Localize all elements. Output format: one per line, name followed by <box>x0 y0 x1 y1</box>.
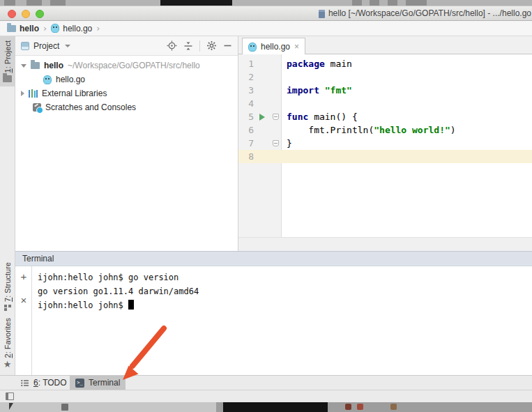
terminal-icon: >_ <box>75 379 84 388</box>
left-tool-stripe: 1: Project 7: Structure 2: Favorites ★ <box>0 36 15 375</box>
ide-window: hello [~/Workspace/Go/GOPATH/src/hello] … <box>0 0 532 412</box>
code-line: 4 <box>238 97 532 110</box>
background-fragment <box>0 402 216 412</box>
close-session-button[interactable]: × <box>15 294 32 308</box>
background-fragment <box>26 0 42 6</box>
locate-file-icon[interactable] <box>167 40 177 51</box>
tab-hello-go[interactable]: hello.go × <box>242 38 305 55</box>
window-title: hello [~/Workspace/Go/GOPATH/src/hello] … <box>319 6 532 21</box>
fold-marker[interactable] <box>273 140 279 146</box>
tree-item-file[interactable]: hello.go <box>15 73 238 86</box>
breadcrumb-folder[interactable]: hello <box>7 24 39 33</box>
line-number: 6 <box>238 123 255 137</box>
code-line: 2 <box>238 70 532 84</box>
tree-item-scratches[interactable]: Scratches and Consoles <box>15 100 238 114</box>
line-number: 4 <box>238 97 255 110</box>
run-button[interactable] <box>259 114 265 121</box>
tree-item-external-libraries[interactable]: External Libraries <box>15 86 238 100</box>
terminal-header[interactable]: Terminal <box>15 251 532 266</box>
project-tree: hello ~/Workspace/Go/GOPATH/src/hello he… <box>15 56 238 114</box>
background-fragment <box>223 402 328 412</box>
background-fragment <box>50 0 66 6</box>
todo-toolwindow-button[interactable]: 6: TODO <box>15 376 73 390</box>
statusbar <box>0 390 532 402</box>
collapse-all-icon[interactable] <box>183 41 193 51</box>
structure-icon <box>4 305 11 311</box>
background-fragment <box>357 404 363 410</box>
code-lines: 1package main23import "fmt"45func main()… <box>238 57 532 163</box>
code-line: 5func main() { <box>238 110 532 123</box>
chevron-right-icon: › <box>96 23 100 33</box>
project-panel: Project hello ~/Workspace/Go/GOPATH/src/… <box>15 36 238 251</box>
tree-item-root[interactable]: hello ~/Workspace/Go/GOPATH/src/hello <box>15 59 238 73</box>
terminal-cursor <box>128 300 134 310</box>
code-line: 8 <box>238 150 532 163</box>
tool-button-project[interactable]: 1: Project <box>0 36 15 86</box>
editor-hscrollbar[interactable] <box>238 237 532 251</box>
editor: hello.go × 1package main23import "fmt"45… <box>238 36 532 251</box>
terminal-toolwindow-button[interactable]: >_ Terminal <box>70 376 126 390</box>
background-window-strip-bottom <box>0 402 532 412</box>
terminal-line: ijohn:hello john$ go version <box>38 270 529 284</box>
titlebar: hello [~/Workspace/Go/GOPATH/src/hello] … <box>0 6 532 21</box>
chevron-collapsed-icon[interactable] <box>21 91 24 96</box>
zoom-window-button[interactable] <box>36 10 44 18</box>
background-fragment <box>61 404 68 411</box>
toolbar-separator <box>199 40 200 52</box>
gear-icon[interactable] <box>206 40 217 51</box>
close-tab-icon[interactable]: × <box>294 43 299 51</box>
tree-item-path: ~/Workspace/Go/GOPATH/src/hello <box>68 61 200 70</box>
breadcrumb: hello › hello.go › <box>0 21 532 36</box>
editor-tabbar: hello.go × <box>238 36 532 54</box>
line-number: 8 <box>238 150 255 163</box>
go-file-icon <box>51 24 59 33</box>
chevron-expanded-icon[interactable] <box>21 64 26 68</box>
code-editor[interactable]: 1package main23import "fmt"45func main()… <box>238 54 532 237</box>
window-title-text: hello [~/Workspace/Go/GOPATH/src/hello] … <box>328 6 531 21</box>
background-fragment <box>345 404 351 410</box>
fold-marker[interactable] <box>273 114 279 120</box>
project-panel-header: Project <box>15 36 238 56</box>
line-number: 1 <box>238 57 255 70</box>
toolwindow-bar: 6: TODO >_ Terminal <box>0 375 532 390</box>
background-fragment <box>352 0 362 6</box>
libraries-icon <box>29 89 38 98</box>
toolwindow-toggle-icon[interactable] <box>6 392 14 400</box>
folder-icon <box>31 62 40 69</box>
line-number: 3 <box>238 84 255 97</box>
breadcrumb-file[interactable]: hello.go <box>51 24 92 33</box>
project-view-icon <box>21 42 29 50</box>
project-icon <box>3 75 12 82</box>
background-fragment <box>390 404 397 410</box>
new-session-button[interactable]: + <box>15 270 32 284</box>
minimize-window-button[interactable] <box>22 10 30 18</box>
chevron-down-icon[interactable] <box>65 45 70 47</box>
tool-button-favorites[interactable]: 2: Favorites ★ <box>0 318 15 369</box>
close-window-button[interactable] <box>8 10 16 18</box>
go-file-icon <box>43 75 52 84</box>
document-icon <box>319 10 325 18</box>
background-fragment <box>4 0 15 6</box>
background-fragment <box>388 0 397 6</box>
terminal-line: ijohn:hello john$ <box>38 298 529 312</box>
go-file-icon <box>248 43 257 52</box>
line-number: 7 <box>238 137 255 150</box>
background-fragment <box>160 0 232 6</box>
folder-icon <box>7 25 16 32</box>
background-window-strip-top <box>0 0 532 6</box>
background-fragment <box>406 0 427 6</box>
project-panel-toolbar <box>167 40 232 52</box>
terminal-panel: + × ijohn:hello john$ go versiongo versi… <box>15 266 532 375</box>
todo-list-icon <box>21 379 29 387</box>
star-icon: ★ <box>3 360 12 369</box>
hide-panel-icon[interactable] <box>223 41 232 50</box>
terminal-toolbar: + × <box>15 266 32 375</box>
background-fragment <box>370 0 379 6</box>
chevron-right-icon: › <box>43 23 47 33</box>
background-cursor <box>9 403 13 410</box>
code-line: 1package main <box>238 57 532 70</box>
project-panel-title[interactable]: Project <box>33 41 59 51</box>
tool-button-structure[interactable]: 7: Structure <box>0 262 15 311</box>
terminal-output[interactable]: ijohn:hello john$ go versiongo version g… <box>38 270 529 312</box>
code-line: 6 fmt.Println("hello world!") <box>238 123 532 137</box>
